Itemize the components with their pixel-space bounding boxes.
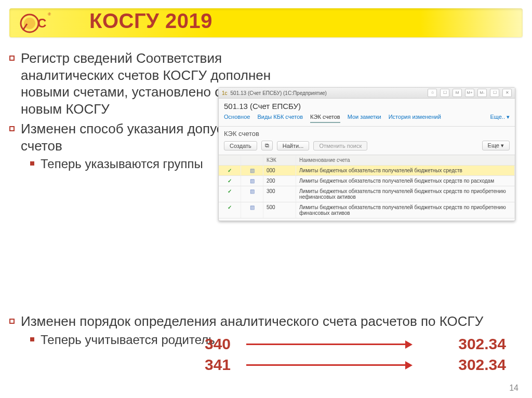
mapping-left: 341 (205, 356, 246, 374)
row-code: 500 (263, 202, 296, 218)
mapping-row: 341 302.34 (205, 356, 516, 374)
row-name: Лимиты бюджетных обязательств получателе… (296, 166, 515, 175)
toolbar-more-button[interactable]: Еще ▾ (482, 141, 510, 150)
header-stripe (9, 8, 523, 37)
row-name: Лимиты бюджетных обязательств получателе… (296, 186, 515, 202)
col-kek: КЭК (263, 155, 296, 165)
form-title: 501.13 (Счет ЕПСБУ) (219, 99, 515, 114)
copy-button[interactable]: ⧉ (261, 141, 273, 150)
win-btn[interactable]: M- (477, 89, 487, 97)
arrow-icon (246, 339, 413, 349)
window-title: 501.13 (Счет ЕПСБУ) (1С:Предприятие) (231, 90, 428, 96)
page-number: 14 (509, 383, 518, 393)
cancel-search-button[interactable]: Отменить поиск (313, 141, 367, 150)
check-icon: ✓ (219, 166, 241, 175)
win-btn[interactable]: M (453, 89, 462, 97)
row-code: 200 (263, 176, 296, 186)
screenshot-panel: 1c 501.13 (Счет ЕПСБУ) (1С:Предприятие) … (218, 87, 515, 221)
create-button[interactable]: Создать (224, 141, 257, 150)
row-name: Лимиты бюджетных обязательств получателе… (296, 202, 515, 218)
folder-icon: ▧ (241, 176, 263, 186)
win-btn[interactable]: ☆ (428, 89, 437, 97)
col-icon (241, 155, 263, 165)
tab-main[interactable]: Основное (224, 114, 250, 123)
row-name: Лимиты бюджетных обязательств получателе… (296, 176, 515, 186)
mapping-block: 340 302.34 341 302.34 (205, 332, 516, 377)
check-icon: ✓ (219, 186, 241, 202)
table-row[interactable]: ✓ ▧ 300 Лимиты бюджетных обязательств по… (219, 186, 515, 202)
tabs-more[interactable]: Еще.. ▾ (490, 114, 510, 123)
win-btn[interactable]: ☐ (440, 89, 449, 97)
find-button[interactable]: Найти... (277, 141, 310, 150)
table-row[interactable]: ✓ ▧ 000 Лимиты бюджетных обязательств по… (219, 166, 515, 176)
check-icon: ✓ (219, 202, 241, 218)
mapping-row: 340 302.34 (205, 335, 516, 353)
window-controls: ☆ ☐ M M+ M- ☐ ✕ (428, 89, 512, 97)
bullet-3-text: Изменен порядок определения аналитическо… (21, 313, 483, 329)
folder-icon: ▧ (241, 166, 263, 175)
table-row[interactable]: ✓ ▧ 200 Лимиты бюджетных обязательств по… (219, 176, 515, 186)
check-icon: ✓ (219, 176, 241, 186)
table-row[interactable]: ✓ ▧ 500 Лимиты бюджетных обязательств по… (219, 202, 515, 218)
svg-text:С: С (37, 16, 46, 30)
mapping-right: 302.34 (444, 335, 506, 353)
logo-1c-icon: С ® (20, 10, 53, 34)
col-name: Наименование счета (296, 155, 515, 165)
row-code: 000 (263, 166, 296, 175)
toolbar: Создать ⧉ Найти... Отменить поиск Еще ▾ (219, 139, 515, 155)
mapping-left: 340 (205, 335, 246, 353)
app-icon: 1c (222, 90, 228, 96)
section-title: КЭК счетов (219, 127, 515, 139)
svg-text:®: ® (48, 12, 51, 17)
tab-kbk[interactable]: Виды КБК счетов (257, 114, 303, 123)
mapping-right: 302.34 (444, 356, 506, 374)
tab-notes[interactable]: Мои заметки (348, 114, 381, 123)
folder-icon: ▧ (241, 202, 263, 218)
form-tabs: Основное Виды КБК счетов КЭК счетов Мои … (219, 114, 515, 127)
arrow-icon (246, 360, 413, 370)
tab-history[interactable]: История изменений (389, 114, 441, 123)
data-grid: КЭК Наименование счета ✓ ▧ 000 Лимиты бю… (219, 155, 515, 218)
grid-header: КЭК Наименование счета (219, 155, 515, 166)
slide-title: КОСГУ 2019 (89, 9, 212, 33)
logo-1c: С ® (20, 10, 53, 34)
close-icon[interactable]: ✕ (502, 89, 512, 97)
row-code: 300 (263, 186, 296, 202)
tab-kek[interactable]: КЭК счетов (310, 114, 340, 123)
col-check (219, 155, 241, 165)
folder-icon: ▧ (241, 186, 263, 202)
win-btn[interactable]: ☐ (490, 89, 499, 97)
window-titlebar: 1c 501.13 (Счет ЕПСБУ) (1С:Предприятие) … (219, 88, 515, 99)
win-btn[interactable]: M+ (465, 89, 474, 97)
